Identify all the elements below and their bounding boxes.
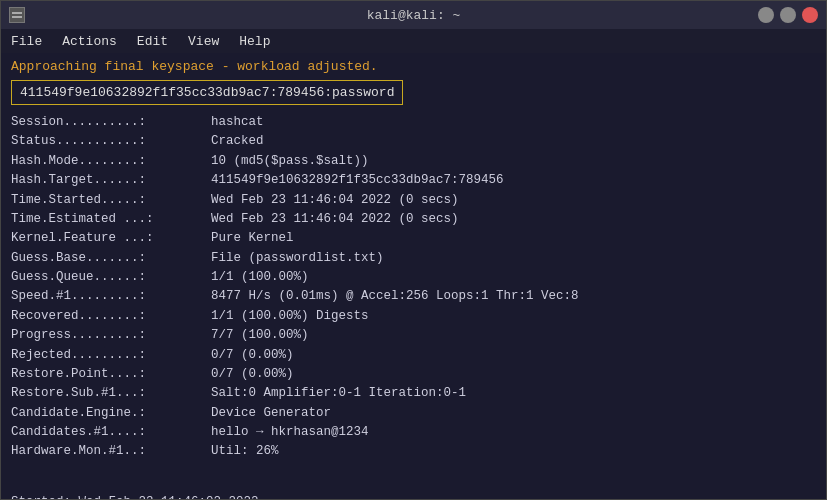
table-row: Rejected.........: 0/7 (0.00%): [11, 346, 816, 365]
row-val: Device Generator: [211, 404, 331, 423]
minimize-button[interactable]: [758, 7, 774, 23]
title-bar-left: [9, 7, 25, 23]
row-val: 8477 H/s (0.01ms) @ Accel:256 Loops:1 Th…: [211, 287, 579, 306]
menu-item-view[interactable]: View: [184, 32, 223, 51]
row-val: Wed Feb 23 11:46:04 2022 (0 secs): [211, 210, 459, 229]
row-key: Rejected.........:: [11, 346, 211, 365]
table-row: Hash.Mode........: 10 (md5($pass.$salt)): [11, 152, 816, 171]
window-icon: [9, 7, 25, 23]
row-val: hello → hkrhasan@1234: [211, 423, 369, 442]
row-key: Kernel.Feature ...:: [11, 229, 211, 248]
row-key: Time.Started.....:: [11, 191, 211, 210]
row-val: 7/7 (100.00%): [211, 326, 309, 345]
hash-result-box: 411549f9e10632892f1f35cc33db9ac7:789456:…: [11, 80, 403, 105]
row-val: hashcat: [211, 113, 264, 132]
row-val: Pure Kernel: [211, 229, 294, 248]
row-val: Util: 26%: [211, 442, 279, 461]
table-row: Status...........: Cracked: [11, 132, 816, 151]
title-bar: kali@kali: ~: [1, 1, 826, 29]
terminal-window: kali@kali: ~ FileActionsEditViewHelp App…: [0, 0, 827, 500]
table-row: Kernel.Feature ...: Pure Kernel: [11, 229, 816, 248]
row-key: Guess.Queue......:: [11, 268, 211, 287]
table-row: Session..........: hashcat: [11, 113, 816, 132]
svg-rect-1: [12, 16, 22, 18]
table-row: Speed.#1.........: 8477 H/s (0.01ms) @ A…: [11, 287, 816, 306]
table-row: Restore.Point....: 0/7 (0.00%): [11, 365, 816, 384]
table-row: Candidates.#1....: hello → hkrhasan@1234: [11, 423, 816, 442]
row-key: Candidate.Engine.:: [11, 404, 211, 423]
row-key: Time.Estimated ...:: [11, 210, 211, 229]
row-val: 10 (md5($pass.$salt)): [211, 152, 369, 171]
menu-item-edit[interactable]: Edit: [133, 32, 172, 51]
row-key: Progress.........:: [11, 326, 211, 345]
menu-item-help[interactable]: Help: [235, 32, 274, 51]
table-row: Restore.Sub.#1...: Salt:0 Amplifier:0-1 …: [11, 384, 816, 403]
row-key: Guess.Base.......:: [11, 249, 211, 268]
row-key: Restore.Point....:: [11, 365, 211, 384]
table-row: Guess.Base.......: File (passwordlist.tx…: [11, 249, 816, 268]
row-key: Hash.Target......:: [11, 171, 211, 190]
row-val: File (passwordlist.txt): [211, 249, 384, 268]
row-key: Status...........:: [11, 132, 211, 151]
info-table: Session..........: hashcatStatus........…: [11, 113, 816, 462]
row-key: Session..........:: [11, 113, 211, 132]
row-key: Speed.#1.........:: [11, 287, 211, 306]
table-row: Guess.Queue......: 1/1 (100.00%): [11, 268, 816, 287]
row-val: 0/7 (0.00%): [211, 365, 294, 384]
row-val: 1/1 (100.00%) Digests: [211, 307, 369, 326]
window-controls: [758, 7, 818, 23]
row-val: Cracked: [211, 132, 264, 151]
table-row: Time.Started.....: Wed Feb 23 11:46:04 2…: [11, 191, 816, 210]
menu-bar: FileActionsEditViewHelp: [1, 29, 826, 53]
menu-item-actions[interactable]: Actions: [58, 32, 121, 51]
row-val: Wed Feb 23 11:46:04 2022 (0 secs): [211, 191, 459, 210]
svg-rect-0: [12, 12, 22, 14]
footer-lines: Started: Wed Feb 23 11:46:02 2022Stopped…: [11, 472, 816, 499]
footer-line: [11, 472, 816, 492]
row-val: 1/1 (100.00%): [211, 268, 309, 287]
table-row: Candidate.Engine.: Device Generator: [11, 404, 816, 423]
row-key: Hash.Mode........:: [11, 152, 211, 171]
table-row: Recovered........: 1/1 (100.00%) Digests: [11, 307, 816, 326]
row-val: 0/7 (0.00%): [211, 346, 294, 365]
footer-line: Started: Wed Feb 23 11:46:02 2022: [11, 492, 816, 499]
row-val: 411549f9e10632892f1f35cc33db9ac7:789456: [211, 171, 504, 190]
row-key: Candidates.#1....:: [11, 423, 211, 442]
approaching-line: Approaching final keyspace - workload ad…: [11, 59, 816, 74]
terminal-body: Approaching final keyspace - workload ad…: [1, 53, 826, 499]
close-button[interactable]: [802, 7, 818, 23]
table-row: Hash.Target......: 411549f9e10632892f1f3…: [11, 171, 816, 190]
maximize-button[interactable]: [780, 7, 796, 23]
table-row: Progress.........: 7/7 (100.00%): [11, 326, 816, 345]
table-row: Time.Estimated ...: Wed Feb 23 11:46:04 …: [11, 210, 816, 229]
row-key: Recovered........:: [11, 307, 211, 326]
row-key: Restore.Sub.#1...:: [11, 384, 211, 403]
window-title: kali@kali: ~: [367, 8, 461, 23]
row-key: Hardware.Mon.#1..:: [11, 442, 211, 461]
table-row: Hardware.Mon.#1..: Util: 26%: [11, 442, 816, 461]
menu-item-file[interactable]: File: [7, 32, 46, 51]
row-val: Salt:0 Amplifier:0-1 Iteration:0-1: [211, 384, 466, 403]
